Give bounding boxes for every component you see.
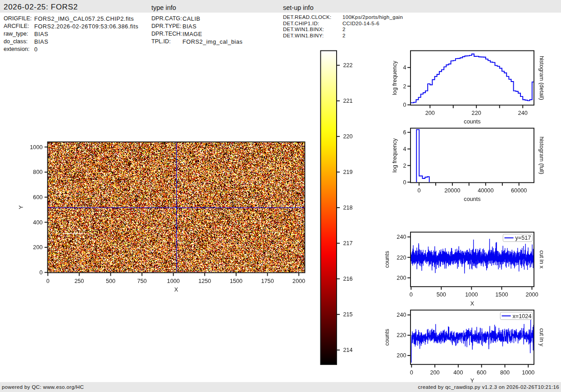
svg-text:log frequency: log frequency xyxy=(392,60,398,95)
svg-text:cut in y: cut in y xyxy=(538,328,545,346)
svg-text:240: 240 xyxy=(397,234,406,240)
svg-text:500: 500 xyxy=(437,292,446,298)
svg-text:1000: 1000 xyxy=(30,144,42,150)
svg-text:215: 215 xyxy=(343,311,353,318)
svg-text:400: 400 xyxy=(453,369,463,376)
svg-text:0: 0 xyxy=(417,187,420,194)
svg-text:0: 0 xyxy=(403,179,406,186)
svg-text:217: 217 xyxy=(343,240,353,246)
svg-text:200: 200 xyxy=(397,275,406,281)
svg-text:Y: Y xyxy=(470,378,474,384)
svg-text:log frequency: log frequency xyxy=(392,138,398,173)
svg-text:218: 218 xyxy=(343,205,353,211)
svg-text:2000: 2000 xyxy=(525,292,538,298)
svg-text:400: 400 xyxy=(33,219,42,226)
svg-text:1500: 1500 xyxy=(230,278,242,284)
svg-text:x=1024: x=1024 xyxy=(513,313,532,319)
svg-text:0: 0 xyxy=(46,278,50,284)
svg-text:200: 200 xyxy=(425,110,435,116)
svg-text:1000: 1000 xyxy=(167,278,180,284)
svg-text:1000: 1000 xyxy=(465,292,478,298)
svg-text:750: 750 xyxy=(137,278,147,284)
svg-text:2000: 2000 xyxy=(292,278,305,284)
svg-text:Y: Y xyxy=(18,205,24,209)
svg-text:X: X xyxy=(470,301,474,307)
svg-text:histogram (detail): histogram (detail) xyxy=(538,56,545,100)
svg-text:500: 500 xyxy=(106,278,115,284)
svg-text:222: 222 xyxy=(343,62,353,68)
svg-text:200: 200 xyxy=(397,352,406,359)
svg-text:220: 220 xyxy=(397,255,406,261)
svg-text:cut in x: cut in x xyxy=(538,251,545,269)
svg-text:40000: 40000 xyxy=(478,187,493,194)
svg-text:2: 2 xyxy=(403,163,406,169)
svg-text:240: 240 xyxy=(518,110,528,116)
svg-text:4: 4 xyxy=(403,64,406,71)
svg-text:counts: counts xyxy=(464,119,480,125)
svg-text:220: 220 xyxy=(397,332,406,338)
svg-text:216: 216 xyxy=(343,276,353,282)
svg-text:220: 220 xyxy=(343,133,353,140)
svg-text:4: 4 xyxy=(403,146,406,152)
svg-text:600: 600 xyxy=(477,369,486,376)
svg-text:1750: 1750 xyxy=(261,278,274,284)
svg-text:200: 200 xyxy=(33,244,42,251)
svg-text:214: 214 xyxy=(343,347,353,353)
svg-text:800: 800 xyxy=(500,369,510,376)
svg-text:1000: 1000 xyxy=(522,369,534,376)
svg-text:240: 240 xyxy=(397,312,406,318)
svg-text:counts: counts xyxy=(464,196,480,202)
svg-text:6: 6 xyxy=(403,129,406,136)
svg-text:219: 219 xyxy=(343,169,353,175)
svg-text:20000: 20000 xyxy=(444,187,460,194)
svg-text:0: 0 xyxy=(403,102,406,108)
svg-text:220: 220 xyxy=(472,110,481,116)
svg-text:1500: 1500 xyxy=(495,292,508,298)
svg-text:1250: 1250 xyxy=(198,278,211,284)
svg-text:y=517: y=517 xyxy=(515,235,531,241)
svg-text:200: 200 xyxy=(430,369,440,376)
svg-text:221: 221 xyxy=(343,98,353,104)
svg-text:0: 0 xyxy=(39,269,42,276)
svg-text:0: 0 xyxy=(410,292,413,298)
svg-text:2: 2 xyxy=(403,83,406,90)
svg-text:250: 250 xyxy=(74,278,84,284)
svg-text:0: 0 xyxy=(410,369,413,376)
svg-text:X: X xyxy=(174,287,178,293)
svg-text:600: 600 xyxy=(33,194,42,201)
svg-text:60000: 60000 xyxy=(511,187,527,194)
svg-text:counts: counts xyxy=(384,329,390,346)
svg-text:counts: counts xyxy=(384,251,390,268)
svg-text:800: 800 xyxy=(33,169,42,175)
svg-text:histogram (full): histogram (full) xyxy=(538,137,545,174)
